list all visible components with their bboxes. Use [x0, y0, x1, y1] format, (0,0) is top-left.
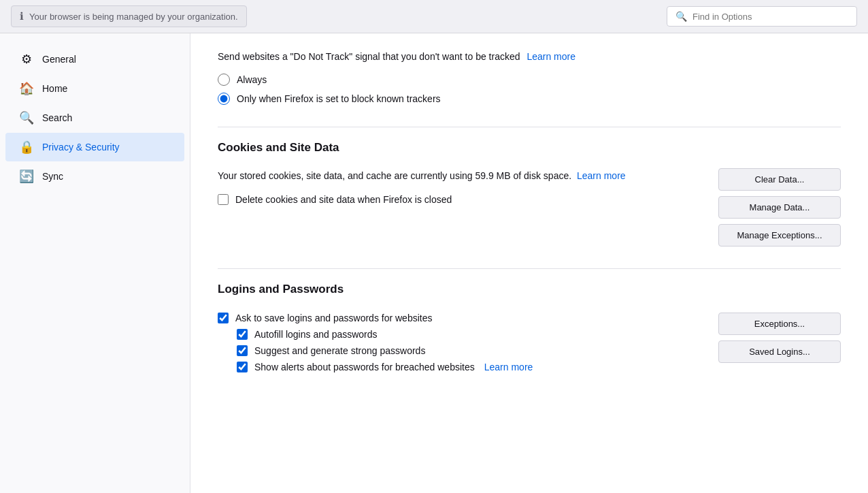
gear-icon: ⚙	[19, 52, 34, 67]
divider-1	[218, 127, 841, 127]
managed-notice: ℹ Your browser is being managed by your …	[11, 5, 247, 27]
dnt-always-option[interactable]: Always	[218, 74, 841, 86]
find-options-box[interactable]: 🔍	[667, 6, 857, 27]
cookies-learn-more-link[interactable]: Learn more	[577, 170, 626, 181]
sync-icon: 🔄	[19, 169, 34, 184]
breached-learn-more-link[interactable]: Learn more	[484, 362, 533, 372]
ask-save-option[interactable]: Ask to save logins and passwords for web…	[218, 313, 702, 323]
manage-data-button[interactable]: Manage Data...	[718, 196, 841, 219]
ask-save-label: Ask to save logins and passwords for web…	[235, 313, 432, 323]
sidebar-item-label-general: General	[42, 54, 76, 65]
top-bar: ℹ Your browser is being managed by your …	[0, 0, 868, 33]
dnt-learn-more-link[interactable]: Learn more	[527, 51, 575, 62]
logins-title: Logins and Passwords	[218, 283, 841, 302]
sidebar-item-label-sync: Sync	[42, 171, 63, 182]
dnt-only-when-option[interactable]: Only when Firefox is set to block known …	[218, 93, 841, 105]
autofill-checkbox[interactable]	[237, 329, 248, 340]
cookies-section: Cookies and Site Data Your stored cookie…	[218, 141, 841, 246]
dnt-only-when-radio[interactable]	[218, 93, 230, 105]
logins-buttons: Exceptions... Saved Logins...	[718, 313, 841, 363]
cookies-buttons: Clear Data... Manage Data... Manage Exce…	[718, 168, 841, 246]
home-icon: 🏠	[19, 81, 34, 96]
sidebar-item-label-home: Home	[42, 83, 67, 94]
sidebar-item-label-search: Search	[42, 112, 72, 123]
breached-alerts-checkbox[interactable]	[237, 362, 248, 372]
sidebar-item-search[interactable]: 🔍 Search	[5, 104, 184, 132]
sidebar: ⚙ General 🏠 Home 🔍 Search 🔒 Privacy & Se…	[0, 33, 190, 493]
delete-cookies-option[interactable]: Delete cookies and site data when Firefo…	[218, 194, 702, 205]
cookies-row: Your stored cookies, site data, and cach…	[218, 168, 841, 246]
sidebar-item-label-privacy: Privacy & Security	[42, 142, 120, 153]
cookies-title: Cookies and Site Data	[218, 141, 841, 160]
logins-row: Ask to save logins and passwords for web…	[218, 313, 841, 372]
search-icon: 🔍	[19, 110, 34, 125]
autofill-label: Autofill logins and passwords	[254, 329, 378, 340]
sidebar-item-home[interactable]: 🏠 Home	[5, 74, 184, 103]
ask-save-checkbox[interactable]	[218, 313, 229, 323]
saved-logins-button[interactable]: Saved Logins...	[718, 340, 841, 363]
logins-main: Ask to save logins and passwords for web…	[218, 313, 702, 372]
cookies-main: Your stored cookies, site data, and cach…	[218, 168, 702, 210]
find-search-icon: 🔍	[675, 11, 687, 22]
dnt-only-when-label: Only when Firefox is set to block known …	[237, 93, 441, 104]
cookies-desc: Your stored cookies, site data, and cach…	[218, 168, 702, 183]
suggest-passwords-label: Suggest and generate strong passwords	[254, 345, 425, 356]
delete-cookies-label: Delete cookies and site data when Firefo…	[235, 194, 452, 205]
sidebar-item-privacy[interactable]: 🔒 Privacy & Security	[5, 133, 184, 161]
delete-cookies-checkbox[interactable]	[218, 194, 229, 205]
main-layout: ⚙ General 🏠 Home 🔍 Search 🔒 Privacy & Se…	[0, 33, 868, 493]
find-options-input[interactable]	[692, 12, 848, 22]
breached-alerts-row: Show alerts about passwords for breached…	[237, 362, 702, 372]
divider-2	[218, 268, 841, 269]
content-area: Send websites a "Do Not Track" signal th…	[190, 33, 868, 493]
breached-alerts-label: Show alerts about passwords for breached…	[254, 362, 475, 372]
lock-icon: 🔒	[19, 140, 34, 155]
suggest-passwords-option[interactable]: Suggest and generate strong passwords	[237, 345, 702, 356]
dnt-section: Send websites a "Do Not Track" signal th…	[218, 50, 841, 105]
dnt-always-radio[interactable]	[218, 74, 230, 86]
logins-section: Logins and Passwords Ask to save logins …	[218, 283, 841, 372]
suggest-passwords-checkbox[interactable]	[237, 345, 248, 356]
manage-exceptions-button[interactable]: Manage Exceptions...	[718, 224, 841, 246]
managed-notice-text: Your browser is being managed by your or…	[29, 12, 238, 22]
info-icon: ℹ	[20, 10, 24, 22]
autofill-option[interactable]: Autofill logins and passwords	[237, 329, 702, 340]
sidebar-item-general[interactable]: ⚙ General	[5, 45, 184, 74]
dnt-description: Send websites a "Do Not Track" signal th…	[218, 50, 841, 64]
exceptions-button[interactable]: Exceptions...	[718, 313, 841, 335]
sidebar-item-sync[interactable]: 🔄 Sync	[5, 162, 184, 191]
clear-data-button[interactable]: Clear Data...	[718, 168, 841, 191]
dnt-always-label: Always	[237, 74, 267, 85]
